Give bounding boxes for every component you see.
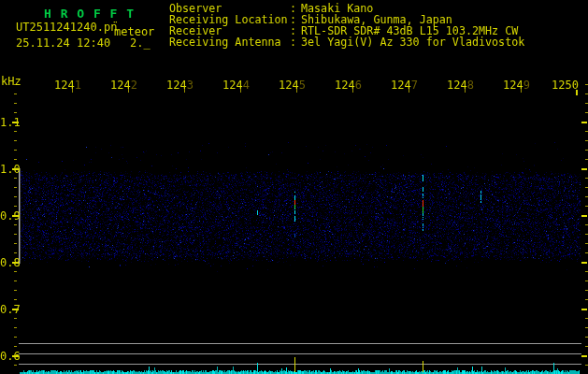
time-axis-label: 1241 xyxy=(54,79,81,92)
time-axis-label: 1242 xyxy=(110,79,137,92)
freq-axis-label: 1.1 xyxy=(0,116,21,129)
output-filename: UT2511241240.pn xyxy=(16,21,117,34)
time-axis-label: 1248 xyxy=(447,79,474,92)
freq-unit-label: kHz xyxy=(1,75,22,88)
freq-axis-label: 0.9 xyxy=(0,209,21,223)
time-axis-label: 1250 xyxy=(552,79,579,92)
app-title: H R O F F T xyxy=(44,7,135,21)
info-separator: : xyxy=(290,36,301,48)
freq-axis-label: 0.8 xyxy=(0,256,21,269)
info-label: Receiving Antenna xyxy=(169,36,290,48)
time-axis-label: 1246 xyxy=(335,79,362,92)
status-counter: 2._ xyxy=(130,36,151,50)
time-axis-label: 1244 xyxy=(222,79,250,92)
station-info-panel: Observer:Masaki KanoReceiving Location:S… xyxy=(169,3,524,48)
freq-axis-label: 0.7 xyxy=(0,303,21,316)
info-value: 3el Yagi(V) Az 330 for Vladivostok xyxy=(301,36,524,49)
time-axis-label: 1245 xyxy=(279,79,306,92)
datetime-label: 25.11.24 12:40 xyxy=(16,36,110,50)
freq-axis-label: 0.6 xyxy=(0,350,21,363)
time-axis-label: 1247 xyxy=(391,79,418,92)
time-axis-label: 1249 xyxy=(503,79,530,92)
spectrogram-canvas xyxy=(0,0,588,374)
hrofft-window: H R O F F T UT2511241240.pn ¨ meteor 25.… xyxy=(0,0,588,374)
freq-axis-label: 1.0 xyxy=(0,163,21,176)
station-info-row: Receiving Antenna:3el Yagi(V) Az 330 for… xyxy=(169,36,524,48)
time-axis-label: 1243 xyxy=(166,79,194,92)
